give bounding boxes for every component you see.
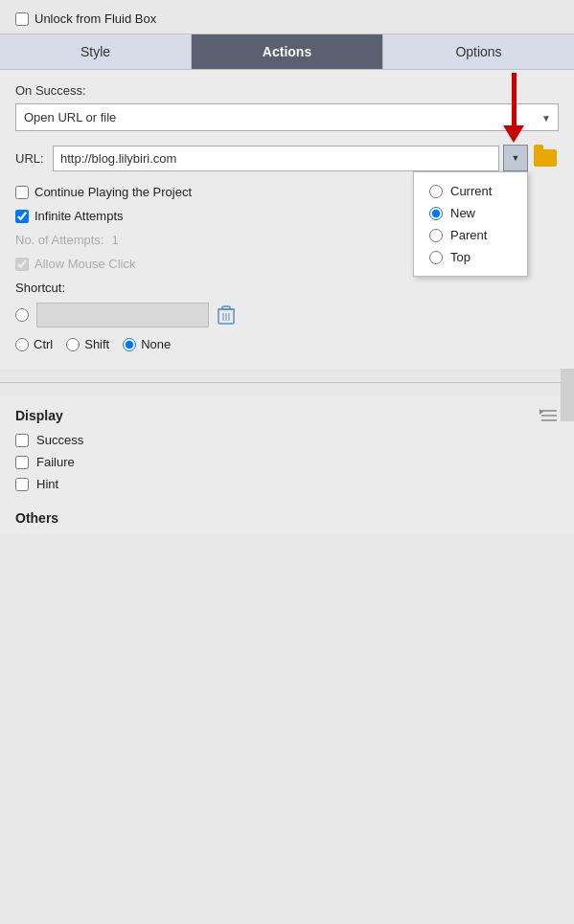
url-section: URL: ▼ Current New [15,145,559,171]
shift-radio[interactable] [66,338,80,351]
url-input[interactable] [53,146,499,171]
folder-icon [534,149,557,167]
tab-actions[interactable]: Actions [192,34,383,69]
shortcut-label: Shortcut: [15,281,559,295]
on-success-select[interactable]: Open URL or file Go to slide Execute Jav… [15,103,559,131]
url-label: URL: [15,151,49,166]
allow-mouse-click-checkbox [15,258,29,271]
success-checkbox[interactable] [15,434,29,447]
target-dropdown-button[interactable]: ▼ [503,145,528,171]
hint-label: Hint [36,477,58,491]
unlock-checkbox-row[interactable]: Unlock from Fluid Box [15,11,156,26]
hint-checkbox[interactable] [15,478,29,491]
unlock-section: Unlock from Fluid Box [0,0,574,34]
infinite-attempts-checkbox[interactable] [15,210,29,223]
on-success-label: On Success: [15,83,559,98]
allow-mouse-click-label: Allow Mouse Click [34,257,135,271]
shortcut-row [15,303,559,327]
continue-playing-checkbox[interactable] [15,186,29,199]
display-title: Display [15,408,63,423]
success-label: Success [36,433,83,447]
shift-label: Shift [84,337,109,351]
actions-content: On Success: Open URL or file Go to slide… [0,70,574,369]
target-dropdown-popup: Current New Parent Top [413,171,528,277]
none-radio[interactable] [123,338,136,351]
shortcut-radio[interactable] [15,308,29,322]
no-of-attempts-label: No. of Attempts: [15,233,104,247]
folder-button[interactable] [532,145,559,171]
target-label-current: Current [450,184,492,198]
infinite-attempts-label: Infinite Attempts [34,209,124,223]
others-title: Others [15,510,58,526]
display-items: Success Failure Hint [15,433,559,491]
target-option-new[interactable]: New [429,202,512,224]
others-section: Others [0,503,574,533]
target-label-new: New [450,206,475,220]
tab-style[interactable]: Style [0,34,192,69]
ctrl-option[interactable]: Ctrl [15,337,53,351]
ctrl-radio[interactable] [15,338,29,351]
display-item-failure[interactable]: Failure [15,455,559,469]
dropdown-arrow-icon: ▼ [512,153,520,163]
display-item-success[interactable]: Success [15,433,559,447]
failure-checkbox[interactable] [15,456,29,469]
continue-playing-label: Continue Playing the Project [34,185,192,199]
on-success-select-wrapper[interactable]: Open URL or file Go to slide Execute Jav… [15,103,559,131]
url-row: URL: ▼ [15,145,559,171]
display-menu-icon[interactable] [540,408,559,423]
none-option[interactable]: None [123,337,171,351]
unlock-label: Unlock from Fluid Box [34,11,156,26]
unlock-checkbox[interactable] [15,12,29,26]
target-option-current[interactable]: Current [429,180,512,202]
shortcut-modifier-row: Ctrl Shift None [15,337,559,351]
display-item-hint[interactable]: Hint [15,477,559,491]
target-label-top: Top [450,250,471,264]
tabs-row: Style Actions Options [0,34,574,70]
target-radio-parent[interactable] [429,229,443,242]
ctrl-label: Ctrl [34,337,53,351]
divider [0,382,574,383]
no-of-attempts-value: 1 [112,233,119,247]
target-radio-top[interactable] [429,251,443,264]
target-option-parent[interactable]: Parent [429,224,512,246]
display-header: Display [15,408,559,423]
shortcut-input[interactable] [36,303,209,327]
trash-icon[interactable] [217,304,236,326]
failure-label: Failure [36,455,75,469]
shortcut-section: Shortcut: [15,281,559,351]
svg-marker-9 [540,409,543,415]
target-radio-new[interactable] [429,207,443,220]
target-label-parent: Parent [450,228,487,242]
none-label: None [141,337,171,351]
target-radio-current[interactable] [429,185,443,198]
display-section: Display Success Failure Hint [0,396,574,503]
shift-option[interactable]: Shift [66,337,109,351]
target-option-top[interactable]: Top [429,246,512,268]
tab-options[interactable]: Options [383,34,574,69]
